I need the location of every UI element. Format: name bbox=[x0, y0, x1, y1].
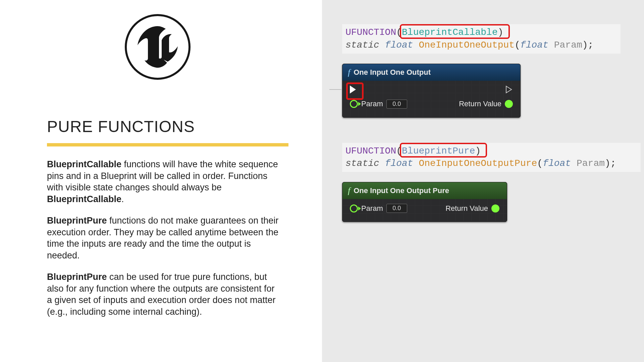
p2-bold-1: BlueprintPure bbox=[47, 216, 107, 226]
bp-node-pure-header: f One Input One Output Pure bbox=[342, 182, 507, 199]
p3-bold-1: BlueprintPure bbox=[47, 272, 107, 282]
param-label: Param bbox=[361, 100, 383, 108]
exec-in-icon bbox=[350, 85, 356, 94]
p1-text-2: . bbox=[121, 194, 124, 204]
title-underline bbox=[47, 143, 288, 146]
code2-fn: OneInputOneOutputPure bbox=[419, 158, 537, 169]
paragraph-1: BlueprintCallable functions will have th… bbox=[47, 159, 282, 205]
slide-root: PURE FUNCTIONS BlueprintCallable functio… bbox=[0, 0, 644, 362]
code-snippet-pure: UFUNCTION(BlueprintPure) static float On… bbox=[342, 143, 641, 172]
code2-static: static bbox=[345, 158, 379, 169]
return-label-pure: Return Value bbox=[445, 204, 488, 213]
param-in-pin-pure[interactable] bbox=[350, 204, 358, 213]
bp-node-callable-header: f One Input One Output bbox=[342, 64, 520, 81]
code2-ptype: float bbox=[543, 158, 571, 169]
paragraph-3: BlueprintPure can be used for true pure … bbox=[47, 271, 282, 317]
bp-node-callable: f One Input One Output bbox=[342, 64, 521, 118]
param-value-field-pure[interactable]: 0.0 bbox=[386, 204, 407, 213]
code1-float: float bbox=[385, 40, 413, 50]
return-output-group-pure: Return Value bbox=[445, 204, 499, 213]
exec-row bbox=[350, 85, 513, 94]
param-value-field[interactable]: 0.0 bbox=[386, 100, 407, 109]
return-out-pin[interactable] bbox=[505, 100, 513, 108]
bp-node-pure: f One Input One Output Pure Param 0.0 Re… bbox=[342, 182, 507, 222]
code1-ptype: float bbox=[520, 40, 548, 50]
data-row: Param 0.0 Return Value bbox=[350, 100, 513, 109]
right-column: UFUNCTION(BlueprintCallable) static floa… bbox=[322, 0, 644, 362]
param-in-pin[interactable] bbox=[350, 100, 358, 108]
bp-node-callable-body: Param 0.0 Return Value bbox=[342, 81, 520, 117]
exec-out-pin[interactable] bbox=[505, 85, 513, 94]
code1-macro: UFUNCTION bbox=[345, 27, 396, 38]
code1-static: static bbox=[345, 40, 379, 50]
page-title: PURE FUNCTIONS bbox=[47, 117, 282, 136]
code1-spec: BlueprintCallable bbox=[402, 27, 498, 38]
p1-bold-1: BlueprintCallable bbox=[47, 159, 121, 169]
exec-out-icon bbox=[505, 85, 513, 94]
return-output-group: Return Value bbox=[459, 100, 513, 108]
param-label-pure: Param bbox=[361, 204, 383, 213]
code1-fn: OneInputOneOutput bbox=[419, 40, 515, 50]
code2-macro: UFUNCTION bbox=[345, 146, 396, 156]
code1-pname: Param bbox=[554, 40, 582, 50]
bp-node-pure-title: One Input One Output Pure bbox=[354, 186, 449, 195]
paragraph-2: BlueprintPure functions do not make guar… bbox=[47, 215, 282, 261]
left-column: PURE FUNCTIONS BlueprintCallable functio… bbox=[0, 0, 322, 362]
param-input-group-pure: Param 0.0 bbox=[350, 204, 407, 213]
p1-bold-2: BlueprintCallable bbox=[47, 194, 121, 204]
code-snippet-callable: UFUNCTION(BlueprintCallable) static floa… bbox=[342, 24, 621, 54]
bp-node-pure-body: Param 0.0 Return Value bbox=[342, 199, 507, 222]
param-input-group: Param 0.0 bbox=[350, 100, 407, 109]
code2-float: float bbox=[385, 158, 413, 169]
unreal-logo bbox=[124, 13, 191, 80]
data-row-pure: Param 0.0 Return Value bbox=[350, 204, 499, 213]
function-icon: f bbox=[348, 186, 350, 196]
bp-node-callable-wrap: f One Input One Output bbox=[342, 64, 634, 118]
exec-wire bbox=[329, 89, 342, 90]
code2-pname: Param bbox=[577, 158, 605, 169]
return-label: Return Value bbox=[459, 100, 501, 108]
unreal-logo-icon bbox=[124, 13, 191, 80]
bp-node-callable-title: One Input One Output bbox=[354, 68, 431, 77]
return-out-pin-pure[interactable] bbox=[491, 204, 499, 213]
code2-spec: BlueprintPure bbox=[402, 146, 475, 156]
exec-in-pin[interactable] bbox=[350, 85, 356, 94]
function-icon: f bbox=[348, 67, 350, 77]
